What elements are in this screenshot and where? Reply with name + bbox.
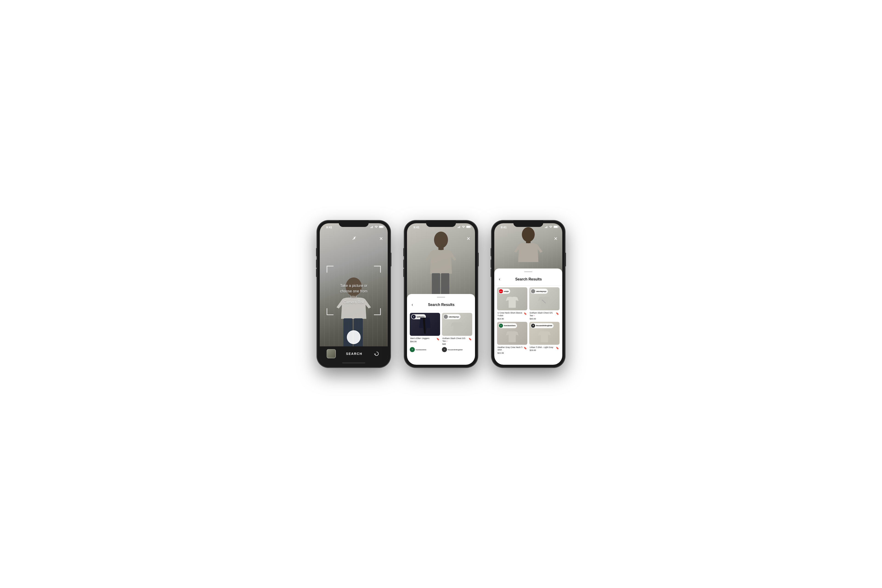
svg-rect-6 — [372, 226, 372, 228]
brand-name-saturdays-3: saturdaysnyc — [536, 291, 546, 292]
brand-badge-uniqlo: UNIQLO uniqlo — [498, 289, 510, 294]
bookmark-thousandmiles[interactable]: 🔖 — [556, 346, 559, 350]
notch-1 — [339, 220, 369, 227]
signal-icon-2 — [458, 226, 461, 228]
product-card-uniqlo[interactable]: UNIQLO uniqlo U Crew Neck Short-Sleeve T… — [497, 287, 527, 320]
signal-icon — [370, 226, 374, 228]
svg-rect-16 — [458, 227, 459, 228]
svg-rect-14 — [441, 273, 449, 295]
product-card-thousandmiles[interactable]: ✦ thousandmilesglobal Urban T-Shirt - Li… — [529, 322, 560, 354]
time-1: 9:41 — [326, 225, 332, 229]
back-button-2[interactable]: ‹ — [411, 302, 414, 308]
svg-rect-30 — [558, 226, 559, 227]
bookmark-joggers[interactable]: 🔖 — [436, 338, 440, 340]
bookmark-saturdays-3[interactable]: 🔖 — [556, 312, 559, 315]
arrow-saturdays-3: » — [534, 315, 534, 317]
battery-icon — [379, 225, 384, 228]
thousandmiles-icon-partial: ✦ — [442, 347, 447, 352]
bylt-icon: B — [412, 315, 416, 319]
bracket-br — [374, 308, 381, 315]
status-icons-3 — [545, 225, 559, 228]
product-footer-saturdays: Gotham Slash Chest S/S Tee » $48 🔖 — [442, 337, 472, 345]
product-name-saturdays: Gotham Slash Chest S/S Tee » — [442, 337, 469, 342]
close-button-1[interactable]: ✕ — [379, 236, 383, 242]
partial-brand-name-1: trueclassictees — [416, 349, 426, 351]
close-button-2[interactable]: ✕ — [466, 236, 470, 242]
back-button-3[interactable]: ‹ — [498, 276, 501, 282]
product-image-trueclassic: T trueclassictees — [497, 322, 527, 345]
sheet-header-3: ‹ Search Results — [494, 275, 562, 285]
tshirt-graphic-saturdays-3 — [537, 295, 552, 309]
home-indicator-1 — [342, 363, 365, 363]
wifi-icon-3 — [549, 226, 552, 228]
bookmark-saturdays[interactable]: 🔖 — [469, 338, 472, 340]
product-footer-thousandmiles: Urban T-Shirt - Light Gray $29.00 🔖 — [529, 346, 560, 352]
product-price-saturdays: $48 — [442, 343, 469, 345]
phone-2-frame: 9:41 ✕ ‹ Search Results — [404, 220, 478, 368]
bookmark-trueclassic[interactable]: 🔖 — [524, 346, 527, 350]
saturdays-icon-3 — [531, 289, 535, 293]
bookmark-uniqlo[interactable]: 🔖 — [524, 312, 527, 315]
wifi-icon-2 — [462, 226, 465, 228]
sheet-header-2: ‹ Search Results — [407, 300, 475, 311]
svg-rect-18 — [460, 226, 460, 228]
product-card-saturdays[interactable]: saturdaysnyc Gotham Slash Chest S/S Tee … — [442, 313, 472, 345]
saturdays-icon — [444, 315, 448, 319]
product-image-saturdays: saturdaysnyc — [442, 313, 472, 336]
product-image-uniqlo: UNIQLO uniqlo — [497, 287, 527, 310]
tshirt-graphic-1 — [450, 321, 465, 334]
gallery-thumbnail[interactable] — [327, 349, 336, 358]
tshirt-graphic-uniqlo — [505, 295, 520, 309]
svg-rect-5 — [371, 227, 371, 228]
signal-icon-3 — [545, 226, 548, 228]
sheet-handle-3 — [524, 271, 532, 272]
close-button-3[interactable]: ✕ — [554, 236, 558, 242]
product-image-joggers: B byltbasics — [410, 313, 440, 336]
partial-brand-trueclassic: T trueclassictees — [410, 347, 440, 352]
phone-3-wrapper: 9:41 ✕ ‹ Search Results — [492, 220, 565, 368]
notch-3 — [513, 220, 543, 227]
joggers-graphic — [417, 316, 433, 335]
product-price-joggers: $94.99 — [410, 340, 429, 343]
tshirt-graphic-thousandmiles — [537, 330, 552, 344]
svg-rect-29 — [554, 226, 558, 228]
phone-1-frame: 9:41 ✗ ✕ Take a pic — [317, 220, 390, 368]
phone-1-wrapper: 9:41 ✗ ✕ Take a pic — [317, 220, 390, 368]
product-price-thousandmiles: $29.00 — [530, 349, 554, 351]
svg-rect-4 — [370, 227, 371, 228]
shutter-button[interactable] — [347, 330, 361, 344]
time-2: 9:41 — [413, 225, 419, 229]
brand-name-thousandmiles: thousandmilesglobal — [536, 325, 552, 326]
product-card-joggers[interactable]: B byltbasics — [410, 313, 440, 345]
trueclassic-icon: T — [499, 324, 503, 328]
bracket-tr — [374, 266, 381, 273]
uniqlo-icon: UNIQLO — [499, 289, 503, 293]
brand-badge-saturdays-3: saturdaysnyc — [531, 289, 548, 294]
thousandmiles-icon: ✦ — [531, 324, 535, 328]
svg-rect-13 — [432, 273, 440, 295]
svg-rect-20 — [466, 226, 470, 228]
camera-instruction-text: Take a picture or choose one from your C… — [337, 283, 371, 305]
product-card-trueclassic[interactable]: T trueclassictees Heather Gray Crew Neck… — [497, 322, 527, 354]
app-logo: ✗ — [352, 236, 356, 241]
partial-brands-row: T trueclassictees ✦ thousandmilesglobal — [407, 345, 475, 352]
battery-icon-2 — [466, 225, 471, 228]
status-icons-2 — [458, 225, 471, 228]
phone-2-wrapper: 9:41 ✕ ‹ Search Results — [404, 220, 478, 368]
flip-camera-button[interactable] — [372, 350, 381, 358]
notch-2 — [426, 220, 456, 227]
product-name-uniqlo: U Crew Neck Short-Sleeve T-shirt — [498, 312, 524, 317]
battery-icon-3 — [554, 225, 559, 228]
bracket-bl — [327, 308, 333, 315]
time-3: 9:41 — [501, 225, 507, 229]
brand-name-uniqlo: uniqlo — [504, 291, 509, 292]
svg-rect-24 — [545, 227, 545, 228]
svg-point-11 — [434, 232, 448, 248]
product-grid-2: B byltbasics — [407, 313, 475, 345]
search-label[interactable]: SEARCH — [346, 352, 362, 356]
product-name-saturdays-3: Gotham Slash Chest S/S Tee » — [530, 312, 556, 317]
bracket-tl — [327, 266, 333, 273]
phones-container: 9:41 ✗ ✕ Take a pic — [317, 220, 565, 368]
search-results-sheet-3: ‹ Search Results UNIQLO uniqlo — [494, 268, 562, 365]
product-card-saturdays-3[interactable]: saturdaysnyc Gotham Slash — [529, 287, 560, 320]
